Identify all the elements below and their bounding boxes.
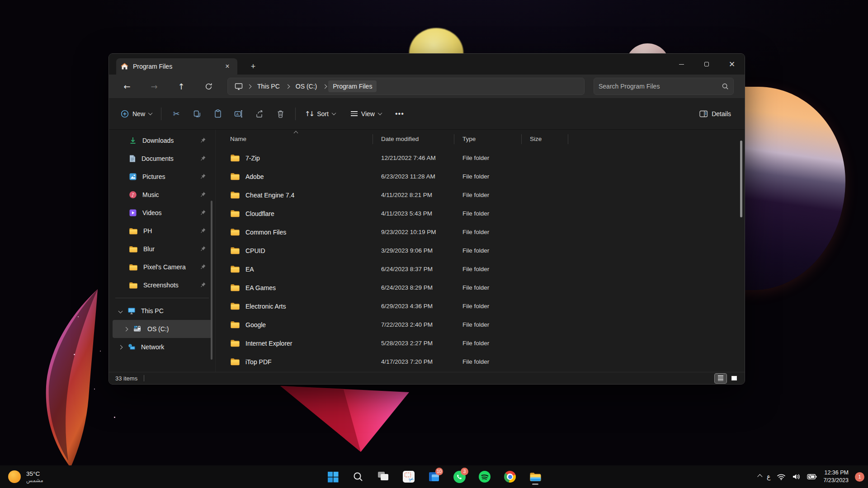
new-tab-button[interactable]: + — [246, 60, 260, 73]
search-box[interactable] — [594, 78, 734, 95]
new-button[interactable]: New — [116, 106, 156, 122]
sidebar-label: PH — [143, 227, 152, 235]
copy-button[interactable] — [189, 106, 205, 122]
file-explorer-button[interactable] — [526, 468, 544, 486]
column-header-size[interactable]: Size — [522, 134, 568, 144]
up-button[interactable]: ↑ — [173, 78, 189, 94]
view-lines-icon — [351, 111, 358, 116]
forward-button[interactable]: → — [146, 78, 162, 94]
delete-button[interactable] — [273, 106, 288, 122]
share-button[interactable] — [252, 106, 267, 122]
clock[interactable]: 12:36 PM 7/23/2023 — [823, 469, 849, 484]
view-button[interactable]: View — [346, 107, 386, 121]
sidebar-item-os-c[interactable]: OS (C:) — [113, 320, 212, 338]
pin-icon — [200, 191, 206, 197]
notification-badge[interactable]: 1 — [855, 472, 864, 482]
breadcrumb-os-c[interactable]: OS (C:) — [291, 80, 321, 92]
chevron-right-icon[interactable] — [118, 345, 123, 349]
whatsapp-button[interactable]: 3 — [450, 468, 468, 486]
sidebar-item-pictures[interactable]: Pictures — [113, 168, 212, 186]
chevron-right-icon[interactable] — [124, 327, 128, 331]
share-icon — [255, 110, 264, 118]
paste-button[interactable] — [210, 106, 226, 122]
minimize-icon — [679, 64, 684, 65]
column-header-type[interactable]: Type — [454, 134, 522, 144]
table-row[interactable]: Electronic Arts 6/29/2023 4:36 PMFile fo… — [222, 297, 745, 315]
column-header-date-modified[interactable]: Date modified — [373, 134, 454, 144]
sidebar-item-music[interactable]: ♪ Music — [113, 186, 212, 204]
details-view-icon — [718, 375, 723, 381]
sidebar-item-pixels-camera[interactable]: Pixel's Camera — [113, 258, 212, 276]
pin-icon — [200, 137, 206, 143]
back-button[interactable]: ← — [119, 78, 135, 94]
wifi-icon[interactable] — [777, 473, 786, 480]
close-button[interactable]: ✕ — [719, 54, 745, 75]
table-row[interactable]: EA 6/24/2023 8:37 PMFile folder — [222, 260, 745, 278]
language-indicator[interactable]: ع — [767, 473, 770, 480]
table-row[interactable]: Cheat Engine 7.4 4/11/2022 8:21 PMFile f… — [222, 186, 745, 204]
chrome-button[interactable] — [501, 468, 519, 486]
table-row[interactable]: 7-Zip 12/21/2022 7:46 AMFile folder — [222, 149, 745, 167]
breadcrumb-program-files[interactable]: Program Files — [328, 80, 377, 92]
details-view-button[interactable] — [715, 374, 726, 383]
details-pane-button[interactable]: Details — [695, 107, 736, 121]
titlebar[interactable]: Program Files × + ✕ — [109, 54, 745, 75]
whatsapp-badge: 3 — [461, 468, 468, 475]
column-header-name[interactable]: Name — [222, 134, 373, 144]
table-row[interactable]: EA Games 6/24/2023 8:29 PMFile folder — [222, 278, 745, 297]
explorer-tab[interactable]: Program Files × — [116, 58, 237, 75]
sidebar-item-videos[interactable]: Videos — [113, 204, 212, 222]
task-view-button[interactable] — [374, 468, 392, 486]
breadcrumb[interactable]: This PC OS (C:) Program Files — [227, 78, 585, 95]
sort-button[interactable]: ↑↓ Sort — [300, 106, 340, 122]
table-row[interactable]: Google 7/22/2023 2:40 PMFile folder — [222, 315, 745, 334]
sidebar-item-network[interactable]: Network — [113, 338, 212, 356]
sidebar-item-blur[interactable]: Blur — [113, 240, 212, 258]
search-input[interactable] — [599, 83, 722, 90]
plus-circle-icon — [121, 110, 129, 118]
table-row[interactable]: Cloudflare 4/11/2023 5:43 PMFile folder — [222, 204, 745, 223]
table-row[interactable]: Adobe 6/23/2023 11:28 AMFile folder — [222, 167, 745, 186]
snipping-tool-button[interactable]: ✂ — [400, 468, 418, 486]
volume-icon[interactable] — [792, 473, 801, 480]
chevron-down-icon[interactable] — [118, 309, 123, 313]
cut-button[interactable]: ✂ — [169, 106, 184, 122]
navigation-sidebar: Downloads Documents — [109, 130, 215, 372]
refresh-button[interactable] — [200, 78, 217, 94]
mail-button[interactable]: 10 — [425, 468, 443, 486]
sidebar-label: Pictures — [142, 173, 165, 180]
table-row[interactable]: Internet Explorer 5/28/2023 2:27 PMFile … — [222, 334, 745, 352]
sidebar-item-ph[interactable]: PH — [113, 222, 212, 240]
spotify-button[interactable] — [476, 468, 494, 486]
sidebar-item-screenshots[interactable]: Screenshots — [113, 276, 212, 294]
sidebar-item-documents[interactable]: Documents — [113, 150, 212, 168]
this-pc-icon — [234, 83, 243, 90]
table-row[interactable]: CPUID 3/29/2023 9:06 PMFile folder — [222, 241, 745, 260]
minimize-button[interactable] — [669, 54, 694, 75]
search-icon — [722, 83, 729, 90]
sidebar-scrollbar[interactable] — [211, 201, 212, 360]
file-rows: 7-Zip 12/21/2022 7:46 AMFile folder Adob… — [222, 149, 745, 371]
chrome-icon — [504, 471, 516, 483]
tab-close-button[interactable]: × — [222, 61, 233, 72]
sparkle — [94, 389, 95, 389]
start-button[interactable] — [324, 468, 342, 486]
svg-text:♪: ♪ — [132, 192, 135, 197]
breadcrumb-this-pc[interactable]: This PC — [253, 80, 284, 92]
more-options-button[interactable]: ••• — [391, 106, 409, 122]
table-row[interactable]: Common Files 9/23/2022 10:19 PMFile fold… — [222, 223, 745, 241]
battery-icon[interactable] — [807, 474, 817, 480]
weather-widget[interactable]: 35°C مشمس — [5, 469, 47, 485]
maximize-button[interactable] — [694, 54, 719, 75]
folder-icon — [230, 283, 240, 292]
large-icons-view-button[interactable] — [728, 374, 740, 383]
music-icon: ♪ — [129, 191, 137, 199]
sidebar-item-downloads[interactable]: Downloads — [113, 131, 212, 150]
table-row[interactable]: iTop PDF 4/17/2023 7:20 PMFile folder — [222, 352, 745, 371]
file-list-scrollbar[interactable] — [740, 141, 742, 217]
rename-button[interactable]: A — [231, 106, 246, 122]
taskbar-search-button[interactable] — [349, 468, 367, 486]
sidebar-item-this-pc[interactable]: This PC — [113, 302, 212, 320]
hidden-icons-chevron[interactable] — [757, 474, 762, 479]
system-tray: ع 12:36 PM 7/23/2023 1 — [757, 469, 864, 484]
